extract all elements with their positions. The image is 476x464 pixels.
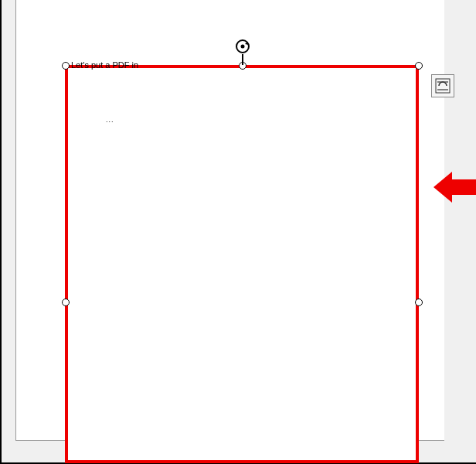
- ellipsis-text: ...: [106, 116, 114, 124]
- layout-options-button[interactable]: [431, 74, 454, 97]
- document-caption-text: Let's put a PDF in: [71, 60, 138, 70]
- resize-handle-top-right[interactable]: [415, 62, 423, 70]
- resize-handle-middle-left[interactable]: [62, 299, 70, 306]
- rotate-icon: [233, 37, 252, 56]
- svg-rect-2: [436, 79, 450, 93]
- resize-handle-middle-right[interactable]: [415, 299, 423, 306]
- resize-handle-top-left[interactable]: [62, 62, 70, 70]
- svg-point-1: [241, 45, 245, 49]
- arrow-left-icon: [434, 165, 476, 209]
- layout-options-icon: [435, 78, 450, 94]
- rotate-handle[interactable]: [233, 37, 252, 56]
- selected-embedded-object[interactable]: [65, 65, 419, 463]
- annotation-arrow: [434, 165, 476, 212]
- rotate-stem: [242, 54, 243, 65]
